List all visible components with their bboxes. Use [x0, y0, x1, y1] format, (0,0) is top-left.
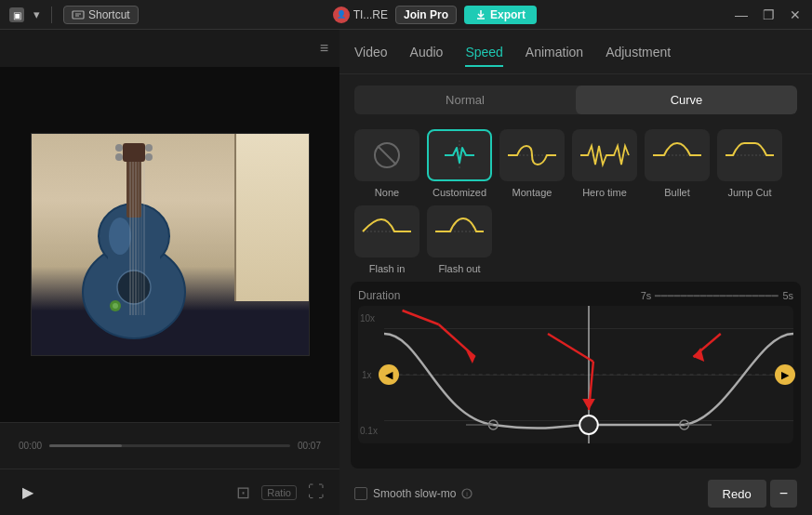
- panel-bottom: Smooth slow-mo i Redo −: [339, 472, 812, 515]
- ratio-button[interactable]: Ratio: [261, 485, 297, 500]
- curve-area: Duration 7s ━━━━━━━━━━━━━━━━━━━ 5s 10x 1…: [351, 282, 801, 469]
- export-button[interactable]: Export: [464, 6, 537, 24]
- left-panel: ≡: [0, 30, 339, 515]
- speed-label-customized: Customized: [433, 187, 486, 198]
- video-frame: [31, 133, 310, 356]
- tab-speed[interactable]: Speed: [465, 41, 502, 63]
- speed-label-flashout: Flash out: [438, 263, 480, 274]
- duration-times: 7s ━━━━━━━━━━━━━━━━━━━ 5s: [641, 290, 793, 302]
- screen-size-icon[interactable]: ⊡: [236, 482, 250, 503]
- y-label-mid: 1x: [362, 370, 372, 380]
- fullscreen-icon[interactable]: ⛶: [308, 482, 325, 502]
- speed-label-hero: Hero time: [582, 187, 627, 198]
- speed-option-customized[interactable]: Customized: [427, 129, 492, 198]
- speed-icon-bullet: [645, 129, 710, 181]
- shortcut-button[interactable]: Shortcut: [63, 6, 139, 24]
- app-icon: ▣: [7, 6, 26, 24]
- speed-icon-customized: [427, 129, 492, 181]
- tab-adjustment[interactable]: Adjustment: [606, 41, 671, 63]
- speed-icon-flashout: [427, 205, 492, 258]
- speed-option-none[interactable]: None: [354, 129, 419, 198]
- user-avatar: 👤: [333, 7, 350, 23]
- smooth-label: Smooth slow-mo: [373, 487, 456, 500]
- speed-icon-hero: [572, 129, 637, 181]
- export-icon: [475, 9, 486, 20]
- title-bar-center: 👤 TI...RE Join Pro Export: [333, 6, 537, 24]
- speed-option-hero[interactable]: Hero time: [572, 129, 637, 198]
- svg-point-22: [109, 218, 131, 255]
- title-bar: ▣ ▾ Shortcut 👤 TI...RE Join Pro Export —…: [0, 0, 812, 30]
- svg-point-41: [579, 416, 598, 434]
- video-preview: [0, 67, 339, 422]
- join-pro-button[interactable]: Join Pro: [395, 6, 457, 24]
- svg-rect-2: [73, 11, 84, 19]
- speed-options: None Customized: [339, 122, 812, 282]
- svg-point-12: [115, 153, 123, 161]
- svg-point-14: [145, 153, 153, 161]
- speed-label-jumpcut: Jump Cut: [727, 187, 771, 198]
- speed-icon-none: [354, 129, 419, 181]
- speed-option-bullet[interactable]: Bullet: [645, 129, 710, 198]
- playback-controls: 00:00 00:07: [0, 422, 339, 469]
- speed-option-flashin[interactable]: Flash in: [354, 205, 419, 274]
- minimize-button[interactable]: —: [731, 6, 752, 24]
- right-panel: Video Audio Speed Animation Adjustment N…: [339, 30, 812, 515]
- smooth-slow-mo-control[interactable]: Smooth slow-mo i: [354, 487, 473, 500]
- left-panel-header: ≡: [0, 30, 339, 67]
- speed-label-bullet: Bullet: [664, 187, 690, 198]
- hamburger-menu[interactable]: ≡: [320, 40, 328, 57]
- svg-line-26: [378, 146, 396, 165]
- speed-label-montage: Montage: [512, 187, 552, 198]
- progress-bar[interactable]: [49, 444, 290, 447]
- speed-icon-flashin: [354, 205, 419, 258]
- speed-option-flashout[interactable]: Flash out: [427, 205, 492, 274]
- redo-button[interactable]: Redo: [708, 480, 766, 508]
- mode-curve-button[interactable]: Curve: [576, 86, 797, 114]
- y-label-bot: 0.1x: [360, 426, 378, 436]
- door-light: [234, 134, 309, 301]
- speed-curve-svg: [384, 306, 793, 443]
- playhead-right-button[interactable]: ▶: [775, 364, 795, 385]
- tabs: Video Audio Speed Animation Adjustment: [339, 30, 812, 74]
- mode-normal-button[interactable]: Normal: [354, 86, 576, 114]
- y-label-top: 10x: [360, 313, 375, 324]
- svg-point-11: [115, 144, 123, 152]
- smooth-checkbox-input[interactable]: [354, 487, 367, 500]
- guitar-svg: [60, 143, 246, 348]
- title-bar-right: — ❐ ✕: [731, 6, 805, 24]
- duration-start: 7s: [641, 290, 652, 301]
- speed-option-montage[interactable]: Montage: [499, 129, 565, 198]
- dropdown-arrow[interactable]: ▾: [33, 7, 40, 21]
- close-button[interactable]: ✕: [786, 6, 805, 24]
- divider: [51, 7, 52, 23]
- keyboard-icon: [72, 8, 85, 21]
- action-buttons: Redo −: [708, 480, 797, 508]
- tab-animation[interactable]: Animation: [526, 41, 583, 63]
- speed-icon-montage: [499, 129, 565, 181]
- svg-rect-10: [123, 143, 145, 162]
- duration-separator: ━━━━━━━━━━━━━━━━━━━: [655, 290, 779, 302]
- playhead-left-button[interactable]: ◀: [379, 364, 399, 385]
- tab-video[interactable]: Video: [354, 41, 388, 63]
- main-area: ≡: [0, 30, 812, 515]
- svg-point-13: [145, 144, 153, 152]
- shortcut-label: Shortcut: [88, 8, 130, 21]
- speed-label-flashin: Flash in: [369, 263, 406, 274]
- user-label: TI...RE: [353, 8, 388, 21]
- duration-label: Duration: [358, 289, 400, 302]
- tab-audio[interactable]: Audio: [410, 41, 444, 63]
- svg-point-15: [117, 271, 151, 304]
- speed-option-jumpcut[interactable]: Jump Cut: [717, 129, 782, 198]
- minus-button[interactable]: −: [770, 480, 797, 508]
- curve-visualization: 10x 1x 0.1x: [358, 306, 793, 443]
- time-start: 00:00: [19, 441, 42, 451]
- speed-label-none: None: [375, 187, 399, 198]
- export-label: Export: [490, 8, 526, 21]
- info-icon: i: [461, 488, 473, 499]
- svg-text:▣: ▣: [13, 10, 21, 20]
- maximize-button[interactable]: ❐: [759, 6, 779, 24]
- speed-icon-jumpcut: [717, 129, 782, 181]
- bottom-controls: ▶ ⊡ Ratio ⛶: [0, 469, 339, 515]
- speed-mode-toggle: Normal Curve: [354, 86, 797, 114]
- play-button[interactable]: ▶: [15, 480, 41, 506]
